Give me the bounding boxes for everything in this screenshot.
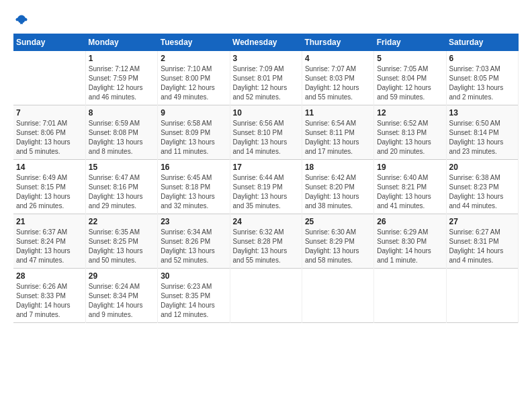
calendar-day-cell: 22Sunrise: 6:35 AM Sunset: 8:25 PM Dayli… xyxy=(85,214,157,269)
day-info: Sunrise: 6:42 AM Sunset: 8:20 PM Dayligh… xyxy=(305,173,371,211)
day-number: 21 xyxy=(16,217,83,226)
day-number: 23 xyxy=(161,217,226,226)
calendar-day-cell: 9Sunrise: 6:58 AM Sunset: 8:09 PM Daylig… xyxy=(158,105,230,160)
day-info: Sunrise: 6:44 AM Sunset: 8:19 PM Dayligh… xyxy=(233,173,299,211)
calendar-day-cell: 18Sunrise: 6:42 AM Sunset: 8:20 PM Dayli… xyxy=(302,160,373,214)
calendar-day-cell: 13Sunrise: 6:50 AM Sunset: 8:14 PM Dayli… xyxy=(446,105,518,160)
day-info: Sunrise: 6:30 AM Sunset: 8:29 PM Dayligh… xyxy=(305,228,371,265)
weekday-header-thursday: Thursday xyxy=(302,34,373,51)
day-number: 12 xyxy=(377,108,443,118)
day-info: Sunrise: 6:59 AM Sunset: 8:08 PM Dayligh… xyxy=(89,119,154,156)
calendar-day-cell: 30Sunrise: 6:23 AM Sunset: 8:35 PM Dayli… xyxy=(158,269,230,323)
calendar-day-cell: 6Sunrise: 7:03 AM Sunset: 8:05 PM Daylig… xyxy=(446,51,518,105)
logo xyxy=(13,13,28,27)
calendar-week-row: 14Sunrise: 6:49 AM Sunset: 8:15 PM Dayli… xyxy=(13,160,519,214)
weekday-header-sunday: Sunday xyxy=(13,34,85,51)
day-number: 19 xyxy=(377,163,443,172)
day-number: 14 xyxy=(16,163,83,172)
calendar-day-cell: 14Sunrise: 6:49 AM Sunset: 8:15 PM Dayli… xyxy=(13,160,85,214)
calendar-week-row: 7Sunrise: 7:01 AM Sunset: 8:06 PM Daylig… xyxy=(13,105,519,160)
weekday-header-monday: Monday xyxy=(85,34,157,51)
calendar-day-cell: 3Sunrise: 7:09 AM Sunset: 8:01 PM Daylig… xyxy=(230,51,302,105)
day-number: 9 xyxy=(161,108,226,118)
calendar-day-cell: 19Sunrise: 6:40 AM Sunset: 8:21 PM Dayli… xyxy=(374,160,446,214)
empty-cell xyxy=(13,51,85,105)
day-info: Sunrise: 6:54 AM Sunset: 8:11 PM Dayligh… xyxy=(305,119,371,156)
day-number: 1 xyxy=(89,54,154,63)
calendar-day-cell: 28Sunrise: 6:26 AM Sunset: 8:33 PM Dayli… xyxy=(13,269,85,323)
calendar-day-cell: 24Sunrise: 6:32 AM Sunset: 8:28 PM Dayli… xyxy=(230,214,302,269)
weekday-header-wednesday: Wednesday xyxy=(230,34,302,51)
empty-cell xyxy=(374,269,446,323)
day-number: 4 xyxy=(305,54,371,63)
day-info: Sunrise: 6:23 AM Sunset: 8:35 PM Dayligh… xyxy=(161,282,226,320)
day-number: 2 xyxy=(161,54,226,63)
empty-cell xyxy=(230,269,302,323)
day-info: Sunrise: 6:47 AM Sunset: 8:16 PM Dayligh… xyxy=(89,173,154,211)
empty-cell xyxy=(302,269,373,323)
day-info: Sunrise: 6:52 AM Sunset: 8:13 PM Dayligh… xyxy=(377,119,443,156)
day-info: Sunrise: 6:49 AM Sunset: 8:15 PM Dayligh… xyxy=(16,173,83,211)
day-number: 6 xyxy=(449,54,515,63)
day-info: Sunrise: 7:07 AM Sunset: 8:03 PM Dayligh… xyxy=(305,64,371,102)
day-info: Sunrise: 7:03 AM Sunset: 8:05 PM Dayligh… xyxy=(449,64,515,102)
calendar-day-cell: 12Sunrise: 6:52 AM Sunset: 8:13 PM Dayli… xyxy=(374,105,446,160)
weekday-header-tuesday: Tuesday xyxy=(158,34,230,51)
day-number: 27 xyxy=(449,217,515,226)
day-info: Sunrise: 6:56 AM Sunset: 8:10 PM Dayligh… xyxy=(233,119,299,156)
day-number: 10 xyxy=(233,108,299,118)
calendar-day-cell: 23Sunrise: 6:34 AM Sunset: 8:26 PM Dayli… xyxy=(158,214,230,269)
day-info: Sunrise: 6:26 AM Sunset: 8:33 PM Dayligh… xyxy=(16,282,83,320)
header xyxy=(13,13,519,27)
calendar-day-cell: 21Sunrise: 6:37 AM Sunset: 8:24 PM Dayli… xyxy=(13,214,85,269)
day-info: Sunrise: 6:40 AM Sunset: 8:21 PM Dayligh… xyxy=(377,173,443,211)
calendar-day-cell: 5Sunrise: 7:05 AM Sunset: 8:04 PM Daylig… xyxy=(374,51,446,105)
calendar-day-cell: 7Sunrise: 7:01 AM Sunset: 8:06 PM Daylig… xyxy=(13,105,85,160)
day-info: Sunrise: 7:10 AM Sunset: 8:00 PM Dayligh… xyxy=(161,64,226,102)
calendar-day-cell: 29Sunrise: 6:24 AM Sunset: 8:34 PM Dayli… xyxy=(85,269,157,323)
calendar-day-cell: 20Sunrise: 6:38 AM Sunset: 8:23 PM Dayli… xyxy=(446,160,518,214)
calendar-table: SundayMondayTuesdayWednesdayThursdayFrid… xyxy=(13,34,519,323)
day-info: Sunrise: 7:12 AM Sunset: 7:59 PM Dayligh… xyxy=(89,64,154,102)
day-number: 24 xyxy=(233,217,299,226)
calendar-day-cell: 16Sunrise: 6:45 AM Sunset: 8:18 PM Dayli… xyxy=(158,160,230,214)
day-number: 17 xyxy=(233,163,299,172)
calendar-week-row: 28Sunrise: 6:26 AM Sunset: 8:33 PM Dayli… xyxy=(13,269,519,323)
day-number: 3 xyxy=(233,54,299,63)
weekday-header-row: SundayMondayTuesdayWednesdayThursdayFrid… xyxy=(13,34,519,51)
calendar-day-cell: 17Sunrise: 6:44 AM Sunset: 8:19 PM Dayli… xyxy=(230,160,302,214)
day-info: Sunrise: 6:38 AM Sunset: 8:23 PM Dayligh… xyxy=(449,173,515,211)
day-number: 25 xyxy=(305,217,371,226)
weekday-header-friday: Friday xyxy=(374,34,446,51)
day-number: 7 xyxy=(16,108,83,118)
day-number: 28 xyxy=(16,271,83,281)
day-info: Sunrise: 6:24 AM Sunset: 8:34 PM Dayligh… xyxy=(89,282,154,320)
day-number: 11 xyxy=(305,108,371,118)
calendar-week-row: 21Sunrise: 6:37 AM Sunset: 8:24 PM Dayli… xyxy=(13,214,519,269)
day-number: 13 xyxy=(449,108,515,118)
day-number: 16 xyxy=(161,163,226,172)
empty-cell xyxy=(446,269,518,323)
calendar-day-cell: 8Sunrise: 6:59 AM Sunset: 8:08 PM Daylig… xyxy=(85,105,157,160)
day-number: 18 xyxy=(305,163,371,172)
day-info: Sunrise: 7:05 AM Sunset: 8:04 PM Dayligh… xyxy=(377,64,443,102)
calendar-day-cell: 15Sunrise: 6:47 AM Sunset: 8:16 PM Dayli… xyxy=(85,160,157,214)
day-number: 20 xyxy=(449,163,515,172)
day-info: Sunrise: 6:58 AM Sunset: 8:09 PM Dayligh… xyxy=(161,119,226,156)
calendar-day-cell: 27Sunrise: 6:27 AM Sunset: 8:31 PM Dayli… xyxy=(446,214,518,269)
day-number: 30 xyxy=(161,271,226,281)
day-info: Sunrise: 6:34 AM Sunset: 8:26 PM Dayligh… xyxy=(161,228,226,265)
day-info: Sunrise: 6:45 AM Sunset: 8:18 PM Dayligh… xyxy=(161,173,226,211)
calendar-day-cell: 25Sunrise: 6:30 AM Sunset: 8:29 PM Dayli… xyxy=(302,214,373,269)
day-number: 8 xyxy=(89,108,154,118)
calendar-day-cell: 11Sunrise: 6:54 AM Sunset: 8:11 PM Dayli… xyxy=(302,105,373,160)
day-number: 5 xyxy=(377,54,443,63)
day-info: Sunrise: 7:09 AM Sunset: 8:01 PM Dayligh… xyxy=(233,64,299,102)
day-info: Sunrise: 6:29 AM Sunset: 8:30 PM Dayligh… xyxy=(377,228,443,265)
day-info: Sunrise: 6:37 AM Sunset: 8:24 PM Dayligh… xyxy=(16,228,83,265)
calendar-day-cell: 26Sunrise: 6:29 AM Sunset: 8:30 PM Dayli… xyxy=(374,214,446,269)
calendar-day-cell: 10Sunrise: 6:56 AM Sunset: 8:10 PM Dayli… xyxy=(230,105,302,160)
calendar-week-row: 1Sunrise: 7:12 AM Sunset: 7:59 PM Daylig… xyxy=(13,51,519,105)
logo-bird-icon xyxy=(15,13,28,27)
day-number: 15 xyxy=(89,163,154,172)
